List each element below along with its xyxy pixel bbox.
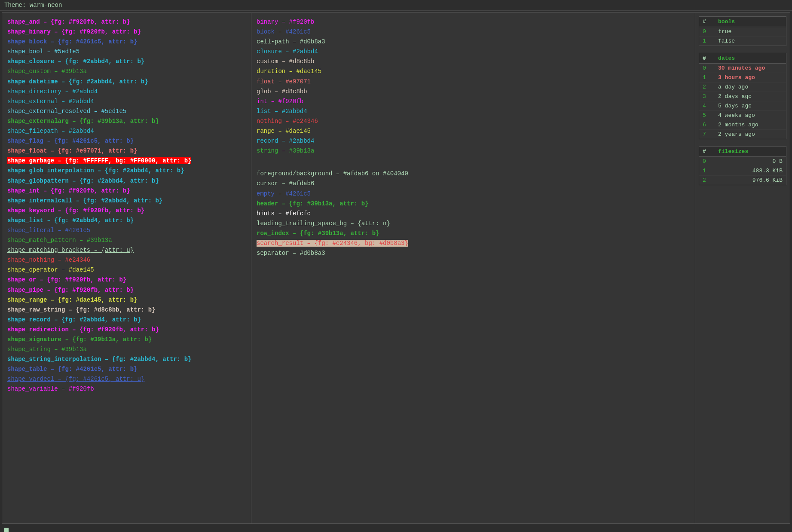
- col1-entry-4: shape_closure – {fg: #2abbd4, attr: b}: [7, 57, 246, 67]
- col2-bottom-entry-1: cursor – #afdab6: [257, 179, 690, 189]
- bools-value-1: false: [715, 37, 786, 46]
- filesizes-index-2: 2: [699, 176, 715, 185]
- col1-entry-28: shape_range – {fg: #dae145, attr: b}: [7, 295, 246, 305]
- dates-value-5: 4 weeks ago: [715, 111, 786, 120]
- col2-top-entry-0: binary – #f920fb: [257, 17, 690, 27]
- bools-row-1: 1false: [699, 37, 786, 46]
- panel-dates: # dates 030 minutes ago13 hours ago2a da…: [699, 53, 786, 139]
- col2-top-entry-12: record – #2abbd4: [257, 136, 690, 146]
- col2-bottom-entry-0: foreground/background – #afdab6 on #4040…: [257, 169, 690, 179]
- col1-entry-21: shape_literal – #4261c5: [7, 226, 246, 235]
- col1-entry-14: shape_garbage – {fg: #FFFFFF, bg: #FF000…: [7, 156, 246, 166]
- col2-top-entry-3: closure – #2abbd4: [257, 47, 690, 57]
- col1-entry-13: shape_float – {fg: #e97071, attr: b}: [7, 146, 246, 156]
- bools-label-header: bools: [715, 17, 786, 27]
- col1-entry-20: shape_list – {fg: #2abbd4, attr: b}: [7, 216, 246, 226]
- col1-entry-31: shape_redirection – {fg: #f920fb, attr: …: [7, 325, 246, 335]
- filesizes-label-header: filesizes: [715, 147, 786, 157]
- dates-index-1: 1: [699, 73, 715, 83]
- main-container: shape_and – {fg: #f920fb, attr: b}shape_…: [2, 12, 790, 524]
- theme-label: Theme: warm-neon: [0, 0, 792, 11]
- col2-top-entry-8: int – #f920fb: [257, 97, 690, 107]
- filesizes-hash-header: #: [699, 147, 715, 157]
- panel-bools: # bools 0true1false: [699, 16, 786, 46]
- col1-entry-0: shape_and – {fg: #f920fb, attr: b}: [7, 17, 246, 27]
- theme-bar: Theme: warm-neon: [0, 0, 792, 11]
- col1-entry-11: shape_filepath – #2abbd4: [7, 126, 246, 136]
- filesizes-value-0: 0 B: [715, 157, 786, 166]
- col1-entry-22: shape_match_pattern – #39b13a: [7, 235, 246, 245]
- col1-entry-32: shape_signature – {fg: #39b13a, attr: b}: [7, 335, 246, 345]
- bools-hash-header: #: [699, 17, 715, 27]
- col-types: binary – #f920fbblock – #4261c5cell-path…: [251, 13, 695, 523]
- col1-entry-25: shape_operator – #dae145: [7, 265, 246, 275]
- col2-bottom-entry-5: leading_trailing_space_bg – {attr: n}: [257, 219, 690, 229]
- dates-row-5: 54 weeks ago: [699, 111, 786, 120]
- filesizes-index-1: 1: [699, 166, 715, 176]
- col1-entry-5: shape_custom – #39b13a: [7, 67, 246, 76]
- col-panels: # bools 0true1false # dates 030 minutes …: [695, 13, 790, 523]
- filesizes-row-0: 00 B: [699, 157, 786, 166]
- dates-index-6: 6: [699, 120, 715, 130]
- col1-entry-24: shape_nothing – #e24346: [7, 255, 246, 265]
- col1-entry-2: shape_block – {fg: #4261c5, attr: b}: [7, 37, 246, 47]
- col1-entry-35: shape_table – {fg: #4261c5, attr: b}: [7, 364, 246, 374]
- dates-index-4: 4: [699, 101, 715, 111]
- col2-bottom-entry-7: search_result – {fg: #e24346, bg: #d0b8a…: [257, 238, 690, 248]
- filesizes-row-1: 1488.3 KiB: [699, 166, 786, 176]
- col2-top-entry-6: float – #e97071: [257, 77, 690, 87]
- dates-value-0: 30 minutes ago: [715, 64, 786, 73]
- col2-bottom-entry-8: separator – #d0b8a3: [257, 248, 690, 258]
- dates-row-1: 13 hours ago: [699, 73, 786, 83]
- dates-label-header: dates: [715, 53, 786, 64]
- col1-entry-16: shape_globpattern – {fg: #2abbd4, attr: …: [7, 176, 246, 186]
- col2-top-entry-10: nothing – #e24346: [257, 116, 690, 126]
- col1-entry-12: shape_flag – {fg: #4261c5, attr: b}: [7, 136, 246, 146]
- col1-entry-19: shape_keyword – {fg: #f920fb, attr: b}: [7, 206, 246, 216]
- col2-top-entry-5: duration – #dae145: [257, 67, 690, 76]
- col1-entry-18: shape_internalcall – {fg: #2abbd4, attr:…: [7, 196, 246, 206]
- dates-value-3: 2 days ago: [715, 92, 786, 101]
- col1-entry-36: shape_vardecl – {fg: #4261c5, attr: u}: [7, 374, 246, 384]
- col1-entry-30: shape_record – {fg: #2abbd4, attr: b}: [7, 315, 246, 325]
- col1-entry-29: shape_raw_string – {fg: #d8c8bb, attr: b…: [7, 305, 246, 315]
- filesizes-row-2: 2976.6 KiB: [699, 176, 786, 185]
- col1-entry-1: shape_binary – {fg: #f920fb, attr: b}: [7, 27, 246, 37]
- dates-value-4: 5 days ago: [715, 101, 786, 111]
- col1-entry-10: shape_externalarg – {fg: #39b13a, attr: …: [7, 116, 246, 126]
- col1-entry-23: shape_matching_brackets – {attr: u}: [7, 245, 246, 255]
- col2-bottom-entry-6: row_index – {fg: #39b13a, attr: b}: [257, 229, 690, 238]
- col2-bottom-entry-4: hints – #fefcfc: [257, 209, 690, 219]
- dates-index-7: 7: [699, 130, 715, 139]
- filesizes-value-2: 976.6 KiB: [715, 176, 786, 185]
- col2-top-entry-9: list – #2abbd4: [257, 107, 690, 116]
- cursor-block: [4, 528, 9, 532]
- filesizes-value-1: 488.3 KiB: [715, 166, 786, 176]
- col1-entry-37: shape_variable – #f920fb: [7, 384, 246, 394]
- col1-entry-27: shape_pipe – {fg: #f920fb, attr: b}: [7, 285, 246, 295]
- col1-entry-9: shape_external_resolved – #5ed1e5: [7, 107, 246, 116]
- col2-bottom-entry-2: empty – #4261c5: [257, 189, 690, 199]
- dates-row-3: 32 days ago: [699, 92, 786, 101]
- col1-entry-8: shape_external – #2abbd4: [7, 97, 246, 107]
- col1-entry-15: shape_glob_interpolation – {fg: #2abbd4,…: [7, 166, 246, 176]
- panel-filesizes: # filesizes 00 B1488.3 KiB2976.6 KiB: [699, 146, 786, 185]
- dates-index-2: 2: [699, 83, 715, 92]
- bools-value-0: true: [715, 27, 786, 37]
- dates-value-1: 3 hours ago: [715, 73, 786, 83]
- col1-entry-3: shape_bool – #5ed1e5: [7, 47, 246, 57]
- col2-top-entry-4: custom – #d8c8bb: [257, 57, 690, 67]
- dates-hash-header: #: [699, 53, 715, 64]
- col2-top-entry-11: range – #dae145: [257, 126, 690, 136]
- col2-top-entry-1: block – #4261c5: [257, 27, 690, 37]
- col1-entry-34: shape_string_interpolation – {fg: #2abbd…: [7, 355, 246, 364]
- dates-row-4: 45 days ago: [699, 101, 786, 111]
- col2-top-entry-7: glob – #d8c8bb: [257, 87, 690, 97]
- col1-entry-17: shape_int – {fg: #f920fb, attr: b}: [7, 186, 246, 196]
- dates-row-2: 2a day ago: [699, 83, 786, 92]
- col2-top-entry-13: string – #39b13a: [257, 146, 690, 156]
- col1-entry-7: shape_directory – #2abbd4: [7, 87, 246, 97]
- col1-entry-6: shape_datetime – {fg: #2abbd4, attr: b}: [7, 77, 246, 87]
- dates-row-0: 030 minutes ago: [699, 64, 786, 73]
- col2-bottom-entry-3: header – {fg: #39b13a, attr: b}: [257, 199, 690, 209]
